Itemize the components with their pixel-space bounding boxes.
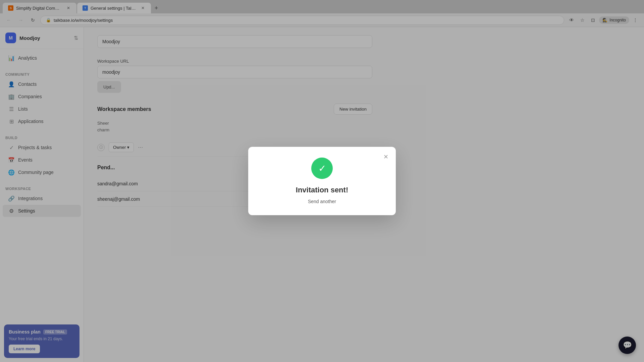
invitation-sent-modal: ✕ ✓ Invitation sent! Send another — [248, 147, 396, 215]
modal-title: Invitation sent! — [259, 186, 385, 194]
modal-overlay[interactable]: ✕ ✓ Invitation sent! Send another — [0, 0, 644, 362]
close-icon: ✕ — [383, 153, 388, 161]
checkmark-icon: ✓ — [318, 163, 326, 174]
modal-close-button[interactable]: ✕ — [381, 152, 390, 162]
success-icon-circle: ✓ — [311, 158, 333, 179]
send-another-link[interactable]: Send another — [308, 199, 336, 204]
